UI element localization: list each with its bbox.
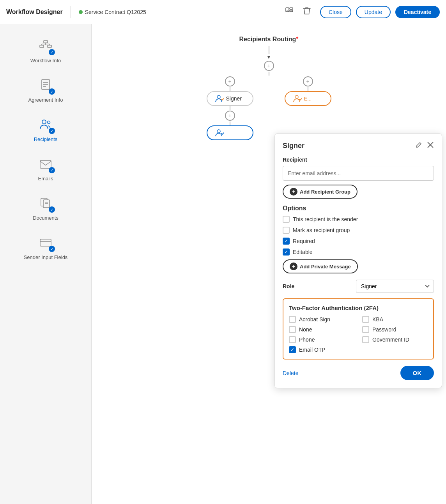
add-private-message-button[interactable]: + Add Private Message <box>283 259 358 273</box>
add-step-top[interactable]: + <box>264 61 274 71</box>
close-button[interactable]: Close <box>320 6 351 18</box>
checkbox-phone[interactable] <box>289 336 296 343</box>
signer-label-left: Signer <box>226 95 242 102</box>
email-input[interactable] <box>283 166 434 181</box>
checkbox-email-otp[interactable]: ✓ <box>289 346 296 353</box>
sidebar-item-emails[interactable]: ✓ Emails <box>0 150 91 186</box>
recipient-label: Recipient <box>283 157 434 163</box>
twofa-title: Two-Factor Authentication (2FA) <box>289 305 428 311</box>
required-star: * <box>296 36 298 42</box>
options-label: Options <box>283 205 434 212</box>
routing-label: Recipients Routing <box>239 36 296 42</box>
sidebar-item-sender-input-fields[interactable]: ✓ Sender Input Fields <box>0 229 91 265</box>
checkbox-government-id[interactable] <box>362 336 369 343</box>
edit-icon-button[interactable] <box>415 141 422 150</box>
twofa-label-password: Password <box>372 326 396 333</box>
add-step-right[interactable]: + <box>303 76 313 86</box>
checkbox-none[interactable] <box>289 326 296 333</box>
workflow-info-badge: ✓ <box>49 49 55 55</box>
twofa-label-kba: KBA <box>372 316 383 322</box>
option-required-label: Required <box>293 238 315 244</box>
twofa-option-kba: KBA <box>362 316 428 323</box>
svg-rect-1 <box>290 8 293 9</box>
emails-icon: ✓ <box>36 155 55 173</box>
checkbox-acrobat-sign[interactable] <box>289 316 296 323</box>
sidebar-item-documents[interactable]: ✓ Documents <box>0 189 91 226</box>
checkbox-editable[interactable]: ✓ <box>283 248 290 256</box>
twofa-option-phone: Phone <box>289 336 354 343</box>
svg-rect-17 <box>40 160 51 168</box>
svg-point-24 <box>217 95 220 99</box>
sidebar-item-recipients[interactable]: ✓ Recipients <box>0 111 91 147</box>
option-row-sender: This recipient is the sender <box>283 216 434 223</box>
emails-badge: ✓ <box>49 167 55 173</box>
add-step-below-left[interactable]: + <box>225 111 235 121</box>
sidebar-label-recipients: Recipients <box>34 136 58 142</box>
svg-point-15 <box>42 120 46 124</box>
delete-icon-button[interactable] <box>301 5 312 19</box>
popup-footer: Delete OK <box>283 366 434 380</box>
role-select[interactable]: Signer Approver CC Delegate <box>356 280 434 293</box>
svg-rect-6 <box>48 45 51 48</box>
checkbox-password[interactable] <box>362 326 369 333</box>
deactivate-button[interactable]: Deactivate <box>395 6 440 18</box>
canvas-area: Recipients Routing* ▼ + + <box>92 24 446 504</box>
twofa-grid: Acrobat Sign KBA None Pass <box>289 316 428 353</box>
app-title: Workflow Designer <box>6 9 63 16</box>
option-row-group: Mark as recipient group <box>283 227 434 234</box>
checkbox-kba[interactable] <box>362 316 369 323</box>
sender-input-fields-icon: ✓ <box>36 233 55 252</box>
popup-header-actions <box>415 141 434 150</box>
add-step-left[interactable]: + <box>225 76 235 86</box>
role-label: Role <box>283 283 294 289</box>
svg-rect-5 <box>40 45 44 48</box>
svg-rect-2 <box>290 10 293 12</box>
contract-name: Service Contract Q12025 <box>85 9 146 15</box>
add-group-label: Add Recipient Group <box>300 189 350 195</box>
recipients-icon: ✓ <box>36 115 55 134</box>
documents-badge: ✓ <box>49 206 55 213</box>
svg-point-16 <box>48 121 50 124</box>
svg-point-26 <box>295 95 298 99</box>
twofa-option-password: Password <box>362 326 428 333</box>
close-popup-button[interactable] <box>427 141 434 150</box>
twofa-section: Two-Factor Authentication (2FA) Acrobat … <box>283 298 434 359</box>
signer-node-left[interactable]: Signer <box>207 91 253 106</box>
topbar-icons <box>283 5 312 19</box>
add-recipient-group-button[interactable]: + Add Recipient Group <box>283 185 358 199</box>
twofa-label-none: None <box>299 326 312 333</box>
ok-button[interactable]: OK <box>400 366 434 380</box>
svg-rect-4 <box>44 41 48 43</box>
popup-header: Signer <box>283 141 434 150</box>
sidebar: ✓ Workflow Info ✓ Agreement Info <box>0 24 92 504</box>
option-group-label: Mark as recipient group <box>293 227 350 233</box>
delete-button[interactable]: Delete <box>283 370 298 376</box>
checkbox-sender[interactable] <box>283 216 290 223</box>
checkbox-group[interactable] <box>283 227 290 234</box>
workflow-info-icon: ✓ <box>36 37 55 55</box>
documents-icon: ✓ <box>36 194 55 213</box>
status-dot <box>79 10 83 14</box>
template-icon-button[interactable] <box>283 5 295 19</box>
sidebar-label-workflow-info: Workflow Info <box>30 58 61 63</box>
twofa-option-acrobat-sign: Acrobat Sign <box>289 316 354 323</box>
checkbox-required[interactable]: ✓ <box>283 238 290 245</box>
sidebar-item-agreement-info[interactable]: ✓ Agreement Info <box>0 71 91 107</box>
sidebar-label-emails: Emails <box>38 176 53 182</box>
topbar: Workflow Designer Service Contract Q1202… <box>0 0 446 24</box>
twofa-option-email-otp: ✓ Email OTP <box>289 346 354 353</box>
twofa-option-none: None <box>289 326 354 333</box>
add-group-plus-icon: + <box>290 188 297 196</box>
option-row-editable: ✓ Editable <box>283 248 434 256</box>
signer-node-second[interactable] <box>207 125 253 140</box>
add-private-label: Add Private Message <box>300 264 351 270</box>
role-row: Role Signer Approver CC Delegate <box>283 280 434 293</box>
topbar-divider <box>71 6 71 18</box>
signer-node-right[interactable]: E... <box>285 91 331 106</box>
sidebar-item-workflow-info[interactable]: ✓ Workflow Info <box>0 32 91 68</box>
sidebar-label-sender-input-fields: Sender Input Fields <box>24 254 68 260</box>
twofa-label-acrobat-sign: Acrobat Sign <box>299 316 330 322</box>
svg-point-25 <box>217 130 220 133</box>
twofa-label-email-otp: Email OTP <box>299 347 326 353</box>
update-button[interactable]: Update <box>356 6 391 18</box>
